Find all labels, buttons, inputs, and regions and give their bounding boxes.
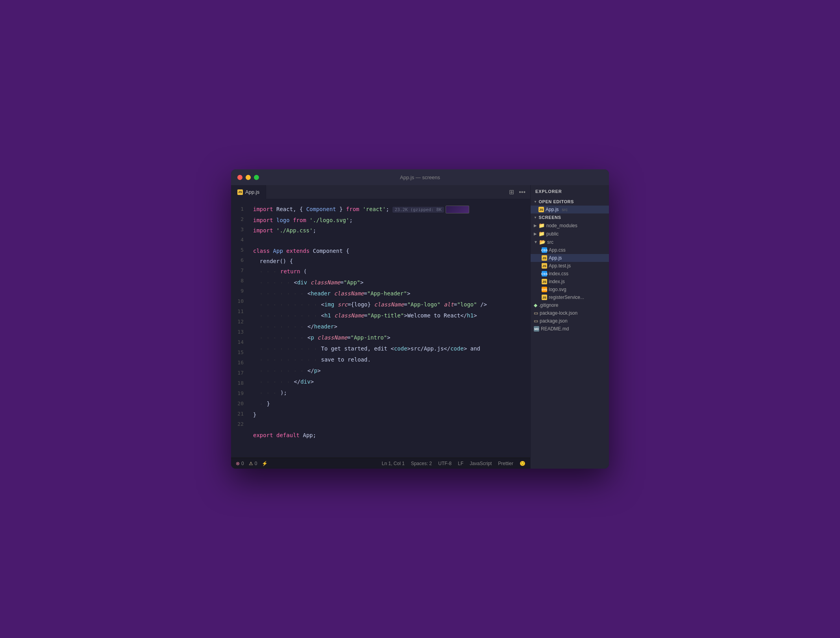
- src-label: src: [547, 239, 553, 245]
- code-line-17: · · · );: [253, 388, 530, 399]
- vscode-window: App.js — screens JS App.js ⊞ ••• 1 2: [231, 169, 609, 469]
- code-line-19: }: [253, 410, 530, 420]
- code-content[interactable]: import React, { Component } from 'react'…: [250, 199, 530, 458]
- code-line-2: import logo from './logo.svg';: [253, 215, 530, 225]
- line-ending[interactable]: LF: [458, 461, 463, 466]
- tabbar: JS App.js ⊞ •••: [231, 185, 530, 199]
- cursor-position[interactable]: Ln 1, Col 1: [382, 461, 405, 466]
- encoding[interactable]: UTF-8: [438, 461, 451, 466]
- open-editors-chevron: ▼: [534, 200, 537, 204]
- code-line-22: [253, 440, 530, 451]
- line-num-16: 16: [231, 358, 250, 368]
- open-file-path: src: [562, 207, 568, 212]
- tab-js-icon: JS: [237, 189, 243, 195]
- line-num-4: 4: [231, 235, 250, 245]
- smiley-icon[interactable]: 🙂: [520, 461, 525, 466]
- lightning-icon-status[interactable]: ⚡: [262, 461, 268, 466]
- line-num-10: 10: [231, 296, 250, 306]
- code-line-9: · · · · · · · <header className="App-hea…: [253, 288, 530, 299]
- line-num-2: 2: [231, 214, 250, 224]
- code-line-3: import './App.css';: [253, 225, 530, 236]
- error-count[interactable]: ⊗ 0: [236, 461, 244, 466]
- line-num-14: 14: [231, 337, 250, 347]
- index-css-icon: CSS: [542, 271, 547, 276]
- warning-icon: ⚠: [249, 461, 253, 466]
- tree-app-test-js[interactable]: JS App.test.js: [531, 262, 609, 270]
- open-editors-section[interactable]: ▼ OPEN EDITORS: [531, 198, 609, 206]
- window-title: App.js — screens: [400, 174, 440, 180]
- code-line-18: · }: [253, 399, 530, 410]
- tree-node-modules[interactable]: ▶ 📁 node_modules: [531, 221, 609, 230]
- warning-number: 0: [255, 461, 257, 466]
- package-lock-label: package-lock.json: [540, 310, 577, 316]
- tree-readme[interactable]: MD README.md: [531, 325, 609, 333]
- code-line-10: · · · · · · · · · <img src={logo} classN…: [253, 299, 530, 310]
- code-line-1: import React, { Component } from 'react'…: [253, 204, 530, 215]
- tree-index-css[interactable]: CSS index.css: [531, 270, 609, 278]
- line-num-19: 19: [231, 388, 250, 399]
- formatter[interactable]: Prettier: [498, 461, 513, 466]
- open-file-js-icon: JS: [538, 207, 544, 212]
- traffic-lights: [237, 175, 259, 180]
- register-service-label: registerService...: [549, 295, 584, 300]
- code-editor[interactable]: 1 2 3 4 5 6 7 8 9 10 11 12 13 14 15 16 1: [231, 199, 530, 458]
- statusbar: ⊗ 0 ⚠ 0 ⚡ Ln 1, Col 1 Spaces: 2 UTF-8 L: [231, 458, 530, 469]
- index-js-label: index.js: [549, 279, 565, 284]
- titlebar: App.js — screens: [231, 169, 609, 185]
- line-num-1: 1: [231, 204, 250, 214]
- gitignore-icon: ◆: [534, 302, 537, 308]
- screens-label: SCREENS: [538, 215, 561, 220]
- tree-app-css[interactable]: CSS App.css: [531, 246, 609, 254]
- readme-icon: MD: [534, 326, 539, 332]
- screens-section[interactable]: ▼ SCREENS: [531, 213, 609, 221]
- screens-chevron: ▼: [534, 216, 537, 219]
- line-num-22: 22: [231, 419, 250, 429]
- code-line-21: export default App;: [253, 430, 530, 440]
- public-label: public: [546, 231, 559, 237]
- tree-register-service[interactable]: JS registerService...: [531, 293, 609, 301]
- tree-logo-svg[interactable]: SVG logo.svg: [531, 286, 609, 293]
- language-mode[interactable]: JavaScript: [470, 461, 492, 466]
- code-line-12: · · · · · · · </header>: [253, 321, 530, 332]
- line-num-11: 11: [231, 306, 250, 317]
- minimize-button[interactable]: [246, 175, 251, 180]
- line-num-5: 5: [231, 245, 250, 255]
- code-line-14: · · · · · · · · · To get started, edit <…: [253, 343, 530, 354]
- line-num-9: 9: [231, 286, 250, 296]
- tree-app-js[interactable]: JS App.js: [531, 254, 609, 262]
- line-numbers: 1 2 3 4 5 6 7 8 9 10 11 12 13 14 15 16 1: [231, 199, 250, 458]
- explorer-header: EXPLORER: [531, 185, 609, 198]
- package-lock-icon: ▭: [534, 310, 538, 316]
- open-editors-label: OPEN EDITORS: [538, 199, 574, 204]
- maximize-button[interactable]: [254, 175, 259, 180]
- app-js-icon: JS: [542, 255, 547, 261]
- tab-appjs[interactable]: JS App.js: [231, 185, 266, 199]
- code-line-15: · · · · · · · </p>: [253, 365, 530, 376]
- sidebar: EXPLORER ▼ OPEN EDITORS JS App.js src ▼ …: [530, 185, 609, 469]
- tree-src[interactable]: ▼ 📂 src: [531, 238, 609, 246]
- code-line-8: · · · · · <div className="App">: [253, 277, 530, 288]
- folder-icon-node-modules: 📁: [538, 223, 545, 228]
- spaces-setting[interactable]: Spaces: 2: [411, 461, 432, 466]
- warning-count[interactable]: ⚠ 0: [249, 461, 257, 466]
- split-editor-icon[interactable]: ⊞: [509, 188, 514, 196]
- folder-icon-src: 📂: [539, 239, 546, 245]
- tree-index-js[interactable]: JS index.js: [531, 278, 609, 286]
- line-num-6: 6: [231, 255, 250, 265]
- code-line-14b: · · · · · · · · · save to reload.: [253, 354, 530, 365]
- code-line-13: · · · · · · · <p className="App-intro">: [253, 332, 530, 343]
- tree-public[interactable]: ▶ 📁 public: [531, 230, 609, 238]
- app-test-js-icon: JS: [542, 263, 547, 269]
- tree-gitignore[interactable]: ◆ .gitignore: [531, 301, 609, 309]
- index-js-icon: JS: [542, 279, 547, 284]
- line-num-17: 17: [231, 368, 250, 378]
- gitignore-label: .gitignore: [539, 302, 558, 308]
- open-file-appjs[interactable]: JS App.js src: [531, 206, 609, 213]
- tab-label: App.js: [245, 189, 259, 195]
- statusbar-right: Ln 1, Col 1 Spaces: 2 UTF-8 LF JavaScrip…: [382, 461, 525, 466]
- more-actions-icon[interactable]: •••: [519, 189, 525, 196]
- close-button[interactable]: [237, 175, 242, 180]
- tree-package-json[interactable]: ▭ package.json: [531, 317, 609, 325]
- code-line-4: [253, 236, 530, 246]
- tree-package-lock[interactable]: ▭ package-lock.json: [531, 309, 609, 317]
